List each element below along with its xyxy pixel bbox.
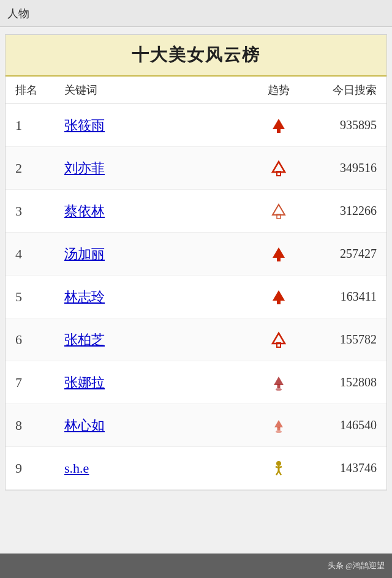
- trend-cell: [254, 417, 303, 434]
- rank-number: 6: [15, 332, 64, 348]
- svg-rect-9: [277, 300, 281, 304]
- rank-number: 1: [15, 118, 64, 133]
- trend-cell: [254, 374, 303, 391]
- trend-cell: [254, 288, 303, 306]
- svg-marker-0: [273, 119, 285, 129]
- header-keyword: 关键词: [64, 83, 254, 97]
- top-bar-title: 人物: [7, 6, 29, 21]
- table-row: 8 林心如 146540: [6, 404, 386, 447]
- svg-point-17: [276, 430, 282, 433]
- trend-cell: [254, 460, 303, 477]
- svg-marker-8: [273, 290, 285, 301]
- trend-cell: [254, 331, 303, 348]
- search-count: 312266: [303, 204, 377, 218]
- svg-marker-6: [273, 247, 285, 258]
- rank-number: 3: [15, 203, 64, 219]
- top-bar: 人物: [0, 0, 392, 27]
- table-row: 7 张娜拉 152808: [6, 361, 386, 404]
- table-row: 1 张筱雨 935895: [6, 104, 386, 147]
- search-count: 143746: [303, 461, 377, 475]
- header-rank: 排名: [15, 83, 64, 97]
- table-header: 排名 关键词 趋势 今日搜索: [6, 77, 386, 104]
- table-row: 5 林志玲 163411: [6, 276, 386, 318]
- trend-cell: [254, 160, 303, 177]
- trend-cell: [254, 117, 303, 134]
- search-count: 146540: [303, 418, 377, 432]
- svg-rect-1: [277, 129, 281, 133]
- rank-number: 8: [15, 418, 64, 434]
- rank-number: 5: [15, 289, 64, 305]
- bottom-bar: 头条 @鸿鹄迎望: [0, 554, 392, 578]
- svg-point-18: [276, 461, 281, 466]
- watermark-text: 头条 @鸿鹄迎望: [328, 560, 385, 571]
- keyword-link[interactable]: 张娜拉: [64, 373, 254, 392]
- svg-marker-2: [273, 162, 285, 172]
- table-row: 6 张柏芝 155782: [6, 318, 386, 361]
- header-search: 今日搜索: [303, 83, 377, 97]
- svg-marker-10: [273, 333, 285, 343]
- svg-marker-15: [274, 420, 283, 427]
- table-title: 十大美女风云榜: [6, 35, 386, 77]
- header-trend: 趋势: [254, 83, 303, 97]
- search-count: 163411: [303, 290, 377, 304]
- svg-point-14: [276, 388, 282, 391]
- keyword-link[interactable]: 张筱雨: [64, 116, 254, 135]
- search-count: 152808: [303, 375, 377, 389]
- table-row: 4 汤加丽 257427: [6, 233, 386, 276]
- rank-number: 2: [15, 160, 64, 176]
- svg-rect-16: [277, 427, 281, 430]
- svg-rect-13: [277, 385, 281, 388]
- svg-rect-7: [277, 257, 281, 261]
- keyword-link[interactable]: 林志玲: [64, 288, 254, 306]
- svg-marker-12: [274, 377, 284, 385]
- trend-cell: [254, 246, 303, 263]
- table-row: 3 蔡依林 312266: [6, 190, 386, 233]
- table-row: 2 刘亦菲 349516: [6, 147, 386, 190]
- keyword-link[interactable]: s.h.e: [64, 460, 254, 476]
- svg-marker-4: [273, 205, 285, 215]
- rank-number: 7: [15, 375, 64, 391]
- main-table-card: 十大美女风云榜 排名 关键词 趋势 今日搜索 1 张筱雨 935895 2 刘亦…: [5, 34, 387, 490]
- trend-cell: [254, 203, 303, 220]
- table-row: 9 s.h.e 143746: [6, 447, 386, 490]
- table-body: 1 张筱雨 935895 2 刘亦菲 349516 3 蔡依林 312266 4…: [6, 104, 386, 490]
- svg-line-23: [279, 471, 281, 475]
- keyword-link[interactable]: 蔡依林: [64, 202, 254, 220]
- search-count: 935895: [303, 118, 377, 132]
- search-count: 155782: [303, 332, 377, 347]
- keyword-link[interactable]: 张柏芝: [64, 331, 254, 349]
- keyword-link[interactable]: 林心如: [64, 416, 254, 435]
- search-count: 257427: [303, 247, 377, 261]
- keyword-link[interactable]: 汤加丽: [64, 245, 254, 263]
- search-count: 349516: [303, 161, 377, 175]
- rank-number: 4: [15, 246, 64, 262]
- rank-number: 9: [15, 460, 64, 476]
- keyword-link[interactable]: 刘亦菲: [64, 159, 254, 178]
